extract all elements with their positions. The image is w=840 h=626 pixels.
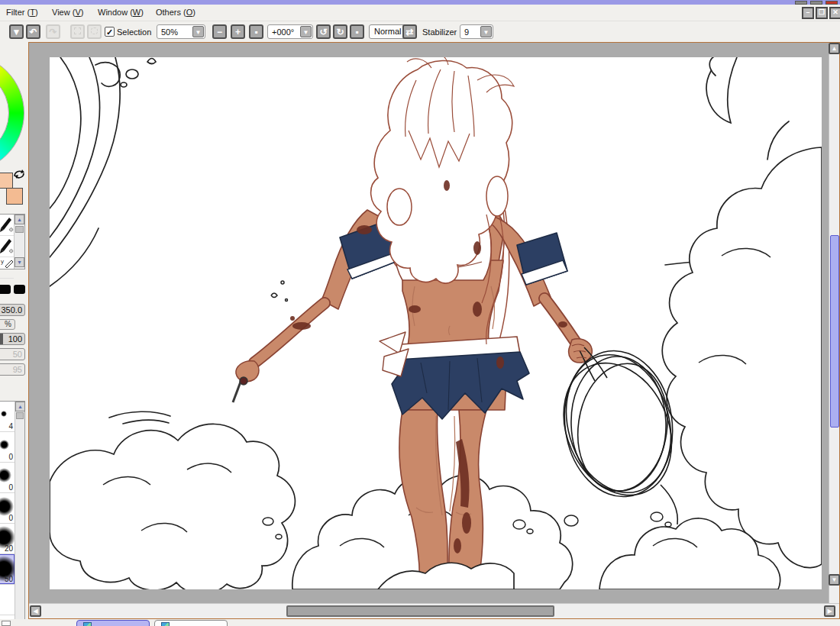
swap-colors-icon[interactable] <box>13 169 25 179</box>
zoom-in-button[interactable]: + <box>231 24 245 39</box>
zoom-reset-button[interactable]: ▪ <box>249 24 263 39</box>
menu-filter[interactable]: Filter (T) <box>6 8 38 17</box>
window-close-button[interactable]: ✕ <box>829 7 840 19</box>
size-list-scrollbar[interactable]: ▲ <box>15 402 24 626</box>
brush-dot <box>0 468 11 482</box>
toolbar-dropdown-icon[interactable]: ▼ <box>9 24 24 39</box>
redo-button[interactable]: ↷ <box>46 24 60 39</box>
zoom-value: 50% <box>161 27 178 37</box>
brush-icon <box>0 236 14 257</box>
canvas-window: ▲ ▼ ◀ ▶ <box>28 42 840 619</box>
canvas-vertical-scrollbar[interactable]: ▲ ▼ <box>829 43 839 603</box>
menu-bar: Filter (T) View (V) Window (W) Others (O… <box>0 5 840 21</box>
tool-list-scrollbar[interactable]: ▲ ▼ <box>14 215 24 269</box>
stabilizer-label: Stabilizer <box>422 27 457 37</box>
brush-tip-round[interactable] <box>14 285 25 294</box>
document-tab-inactive[interactable] <box>154 620 228 626</box>
undo-button[interactable]: ↶ <box>26 24 40 39</box>
brush-size-label: 0 <box>8 514 13 522</box>
tool-scroll-down-icon[interactable]: ▼ <box>15 257 24 267</box>
menu-view[interactable]: View (V) <box>52 8 83 17</box>
brush-tip-flat[interactable] <box>0 285 11 294</box>
rotate-cw-button[interactable]: ↻ <box>333 24 347 39</box>
pen-icon: y <box>0 257 14 269</box>
brush-size-field[interactable]: 350.0 <box>0 304 25 316</box>
stabilizer-dropdown-arrow-icon[interactable]: ▼ <box>480 26 492 37</box>
horizontal-scroll-thumb[interactable] <box>286 605 554 617</box>
brush-size-row[interactable]: 0 <box>0 432 15 463</box>
paint-mode-button[interactable]: Normal <box>369 24 406 39</box>
canvas-artwork <box>50 57 822 589</box>
zoom-combobox[interactable]: 50% ▼ <box>157 24 205 39</box>
rotation-combobox[interactable]: +000° ▼ <box>267 24 313 39</box>
vertical-scroll-thumb[interactable] <box>830 235 839 428</box>
density-slider[interactable]: 100 <box>0 333 25 345</box>
menu-others-key: O <box>186 8 193 17</box>
selection-transform-button[interactable] <box>87 24 102 39</box>
stabilizer-combobox[interactable]: 9 ▼ <box>460 24 493 39</box>
menu-view-key: V <box>75 8 80 17</box>
flip-canvas-button[interactable]: ⇄ <box>402 24 417 39</box>
menu-window[interactable]: Window (W) <box>98 8 144 17</box>
menu-filter-close: ) <box>35 8 38 17</box>
size-scroll-thumb[interactable] <box>16 412 24 419</box>
window-restore-button[interactable]: ❐ <box>816 7 828 19</box>
menu-window-close: ) <box>141 8 144 17</box>
rotate-ccw-button[interactable]: ↺ <box>316 24 331 39</box>
secondary-color-swatch[interactable] <box>6 188 23 205</box>
menu-others-text: Others ( <box>156 8 186 17</box>
primary-color-swatch[interactable] <box>0 173 13 189</box>
disabled-slider-1: 50 <box>0 348 25 360</box>
document-tab-active[interactable] <box>76 620 150 626</box>
density-value: 100 <box>8 334 22 344</box>
sai-application-window: { "window": { "app": "PaintTool SAI", "t… <box>0 0 840 626</box>
scroll-up-icon[interactable]: ▲ <box>829 43 840 54</box>
tool-item-pen[interactable]: y <box>0 257 14 279</box>
brush-dot <box>1 411 7 417</box>
brush-size-row-selected[interactable]: 50 <box>0 554 15 585</box>
window-minimize-button[interactable]: – <box>802 7 814 19</box>
menu-view-close: ) <box>81 8 84 17</box>
document-thumbnail-icon <box>83 622 92 626</box>
canvas[interactable] <box>50 57 822 589</box>
scroll-down-icon[interactable]: ▼ <box>829 574 840 586</box>
brush-size-row[interactable]: 0 <box>0 493 15 524</box>
rotate-reset-button[interactable]: ▪ <box>350 24 364 39</box>
disabled-slider-2: 95 <box>0 363 25 376</box>
svg-text:y: y <box>1 258 4 265</box>
brush-size-label: 0 <box>8 483 13 492</box>
menu-filter-text: Filter ( <box>6 8 30 17</box>
canvas-horizontal-scrollbar[interactable]: ◀ ▶ <box>29 603 839 618</box>
menu-others-close: ) <box>192 8 195 17</box>
density-slider-fill <box>0 334 3 344</box>
rotation-dropdown-arrow-icon[interactable]: ▼ <box>300 26 312 37</box>
tool-scroll-thumb[interactable] <box>15 226 24 233</box>
brush-size-row[interactable]: 20 <box>0 524 15 554</box>
tool-item-brush[interactable] <box>0 236 14 257</box>
airbrush-icon <box>0 215 14 235</box>
brush-size-row[interactable]: 4 <box>0 402 15 432</box>
scroll-right-icon[interactable]: ▶ <box>824 605 835 617</box>
tool-item-airbrush[interactable] <box>0 215 14 236</box>
menu-filter-key: T <box>30 8 35 17</box>
tool-scroll-up-icon[interactable]: ▲ <box>15 215 24 224</box>
panel-corner-box <box>2 621 11 626</box>
size-scroll-up-icon[interactable]: ▲ <box>15 402 25 411</box>
brush-size-label: 0 <box>8 453 13 461</box>
selection-checkbox[interactable]: ✓ <box>105 27 115 37</box>
dashed-selection-icon <box>74 27 81 34</box>
brush-dot <box>0 440 9 450</box>
brush-size-row[interactable] <box>0 585 15 615</box>
menu-others[interactable]: Others (O) <box>156 8 195 17</box>
min-size-percent-field[interactable]: % <box>0 319 15 330</box>
bottom-tab-strip <box>0 619 840 626</box>
zoom-out-button[interactable]: − <box>212 24 227 39</box>
brush-size-label: 20 <box>5 544 13 553</box>
zoom-dropdown-arrow-icon[interactable]: ▼ <box>192 26 204 37</box>
menu-view-text: View ( <box>52 8 75 17</box>
scroll-left-icon[interactable]: ◀ <box>30 605 41 617</box>
brush-size-row[interactable]: 0 <box>0 463 15 493</box>
deselect-button[interactable] <box>70 24 85 39</box>
menu-window-key: W <box>133 8 141 17</box>
menu-window-text: Window ( <box>98 8 133 17</box>
